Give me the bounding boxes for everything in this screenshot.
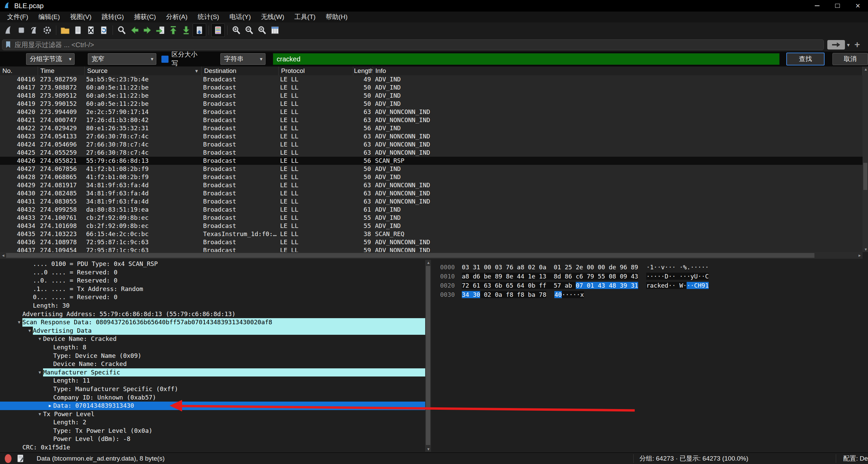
zoom-out-icon[interactable] — [243, 24, 256, 37]
packet-row-40427[interactable]: 40427274.06785641:f2:b1:08:2b:f9Broadcas… — [0, 165, 863, 173]
search-scope-dropdown[interactable]: 分组字节流▾ — [26, 53, 75, 65]
packet-row-40426[interactable]: 40426274.05582155:79:c6:86:8d:13Broadcas… — [0, 157, 863, 165]
column-header-time[interactable]: Time — [38, 66, 85, 75]
packet-list-hscroll-thumb[interactable] — [6, 253, 814, 258]
packet-row-40433[interactable]: 40433274.100761cb:2f:92:09:8b:ecBroadcas… — [0, 214, 863, 222]
detail-line-4[interactable]: 0... .... = Reserved: 0 — [0, 293, 425, 302]
colorize-icon[interactable] — [211, 23, 225, 37]
detail-line-21[interactable]: Power Level (dBm): -8 — [0, 435, 425, 443]
close-button[interactable]: × — [848, 0, 868, 12]
save-file-icon[interactable] — [72, 24, 84, 37]
hex-row-0010[interactable]: 0010a8 d6 be 89 8e 44 1e 13 8d 86 c6 79 … — [437, 272, 868, 281]
packet-row-40424[interactable]: 40424274.05469627:66:30:78:c7:4cBroadcas… — [0, 140, 863, 149]
filter-bookmark-icon[interactable] — [5, 41, 11, 49]
collapse-icon[interactable]: ▼ — [39, 335, 41, 343]
column-header-protocol[interactable]: Protocol — [279, 66, 353, 75]
find-button[interactable]: 查找 — [786, 53, 825, 65]
case-sensitive-checkbox[interactable] — [161, 56, 169, 63]
maximize-button[interactable] — [827, 0, 848, 12]
column-header-length[interactable]: Length — [353, 66, 373, 75]
packet-row-40431[interactable]: 40431274.08305534:81:9f:63:fa:4dBroadcas… — [0, 197, 863, 206]
collapse-icon[interactable]: ▼ — [18, 318, 20, 327]
scroll-down-icon[interactable]: ▼ — [427, 446, 430, 452]
packet-row-40436[interactable]: 40436274.10897872:95:87:1c:9c:63Broadcas… — [0, 238, 863, 246]
menu-item-4[interactable]: 捕获(C) — [129, 12, 161, 22]
scroll-down-icon[interactable]: ▼ — [864, 247, 868, 252]
expand-icon[interactable]: ▶ — [49, 402, 51, 410]
search-query-input[interactable]: cracked — [273, 53, 780, 65]
detail-line-22[interactable]: CRC: 0x1f5d1e — [0, 443, 425, 452]
packet-row-40434[interactable]: 40434274.101698cb:2f:92:09:8b:ecBroadcas… — [0, 222, 863, 230]
column-header-destination[interactable]: Destination — [202, 66, 279, 75]
collapse-icon[interactable]: ▼ — [39, 410, 41, 419]
detail-line-12[interactable]: Device Name: Cracked — [0, 360, 425, 368]
go-to-packet-icon[interactable] — [154, 24, 167, 37]
menu-item-1[interactable]: 编辑(E) — [33, 12, 65, 22]
column-header-source[interactable]: Source▼ — [85, 66, 202, 75]
menu-item-9[interactable]: 工具(T) — [289, 12, 320, 22]
cancel-button[interactable]: 取消 — [832, 53, 868, 65]
detail-line-20[interactable]: Type: Tx Power Level (0x0a) — [0, 427, 425, 435]
go-first-packet-icon[interactable] — [167, 24, 180, 37]
start-capture-icon[interactable] — [2, 24, 15, 37]
detail-line-15[interactable]: Type: Manufacturer Specific (0xff) — [0, 385, 425, 393]
find-packet-icon[interactable] — [115, 24, 128, 37]
apply-filter-button[interactable] — [827, 40, 845, 50]
collapse-icon[interactable]: ▼ — [28, 327, 31, 335]
scroll-right-icon[interactable]: ► — [858, 253, 862, 258]
filter-dropdown-caret-icon[interactable]: ▾ — [847, 42, 850, 48]
capture-comment-icon[interactable] — [17, 454, 24, 463]
packet-row-40430[interactable]: 40430274.08248534:81:9f:63:fa:4dBroadcas… — [0, 189, 863, 197]
detail-line-8[interactable]: ▼Advertising Data — [0, 327, 425, 335]
packet-row-40422[interactable]: 40422274.02942980:e1:26:35:32:31Broadcas… — [0, 124, 863, 132]
packet-row-40420[interactable]: 40420273.9944092e:2c:57:90:17:14Broadcas… — [0, 108, 863, 116]
auto-scroll-icon[interactable] — [193, 23, 206, 37]
detail-line-13[interactable]: ▼Manufacturer Specific — [0, 368, 425, 377]
collapse-icon[interactable]: ▼ — [39, 368, 41, 377]
stop-capture-icon[interactable] — [15, 24, 28, 37]
scroll-up-icon[interactable]: ▲ — [864, 66, 868, 72]
search-type-dropdown[interactable]: 字符串▾ — [220, 53, 265, 65]
resize-columns-icon[interactable] — [269, 24, 281, 37]
reload-file-icon[interactable] — [97, 24, 110, 37]
packet-row-40419[interactable]: 40419273.99015260:a0:5e:11:22:beBroadcas… — [0, 100, 863, 108]
restart-capture-icon[interactable] — [28, 24, 41, 37]
close-file-icon[interactable] — [84, 24, 97, 37]
packet-row-40416[interactable]: 40416273.9827595a:b5:9c:23:7b:4eBroadcas… — [0, 75, 863, 83]
column-header-no[interactable]: No. — [0, 66, 38, 75]
detail-line-6[interactable]: Advertising Address: 55:79:c6:86:8d:13 (… — [0, 310, 425, 318]
detail-line-7[interactable]: ▼Scan Response Data: 0809437261636b65640… — [0, 318, 425, 327]
go-last-packet-icon[interactable] — [180, 24, 193, 37]
menu-item-8[interactable]: 无线(W) — [256, 12, 290, 22]
go-back-icon[interactable] — [128, 24, 141, 37]
packet-row-40421[interactable]: 40421274.00074717:26:d1:b3:80:42Broadcas… — [0, 116, 863, 124]
packet-row-40435[interactable]: 40435274.10322366:15:4e:2c:0c:bcTexasIns… — [0, 230, 863, 238]
detail-line-19[interactable]: Length: 2 — [0, 418, 425, 427]
packet-row-40418[interactable]: 40418273.98951260:a0:5e:11:22:beBroadcas… — [0, 92, 863, 100]
zoom-reset-icon[interactable] — [256, 24, 269, 37]
packet-list-vscrollbar[interactable]: ▲ ▼ — [863, 66, 868, 252]
menu-item-5[interactable]: 分析(A) — [161, 12, 193, 22]
minimize-button[interactable] — [807, 0, 827, 12]
zoom-in-icon[interactable] — [230, 24, 243, 37]
detail-vscroll-thumb[interactable] — [426, 266, 430, 445]
packet-row-40425[interactable]: 40425274.05525927:66:30:78:c7:4cBroadcas… — [0, 149, 863, 157]
open-file-icon[interactable] — [59, 24, 72, 37]
detail-line-3[interactable]: .1.. .... = Tx Address: Random — [0, 285, 425, 293]
detail-line-10[interactable]: Length: 8 — [0, 343, 425, 352]
add-filter-button[interactable]: + — [854, 40, 860, 50]
detail-line-18[interactable]: ▼Tx Power Level — [0, 410, 425, 419]
detail-line-11[interactable]: Type: Device Name (0x09) — [0, 352, 425, 360]
menu-item-6[interactable]: 统计(S) — [193, 12, 224, 22]
detail-line-0[interactable]: .... 0100 = PDU Type: 0x4 SCAN_RSP — [0, 260, 425, 268]
detail-line-2[interactable]: ..0. .... = Reserved: 0 — [0, 276, 425, 285]
capture-options-icon[interactable] — [41, 24, 54, 37]
detail-line-9[interactable]: ▼Device Name: Cracked — [0, 335, 425, 343]
scroll-left-icon[interactable]: ◄ — [1, 253, 5, 258]
menu-item-10[interactable]: 帮助(H) — [321, 12, 353, 22]
hex-row-0030[interactable]: 003034 30 02 0a f8 f8 ba 7840·····x — [437, 290, 868, 299]
hex-row-0020[interactable]: 002072 61 63 6b 65 64 0b ff 57 ab 07 01 … — [437, 281, 868, 290]
packet-list-vscroll-thumb[interactable] — [863, 163, 867, 190]
menu-item-0[interactable]: 文件(F) — [2, 12, 33, 22]
packet-row-40437[interactable]: 40437274.10945472:95:87:1c:9c:63Broadcas… — [0, 246, 863, 252]
